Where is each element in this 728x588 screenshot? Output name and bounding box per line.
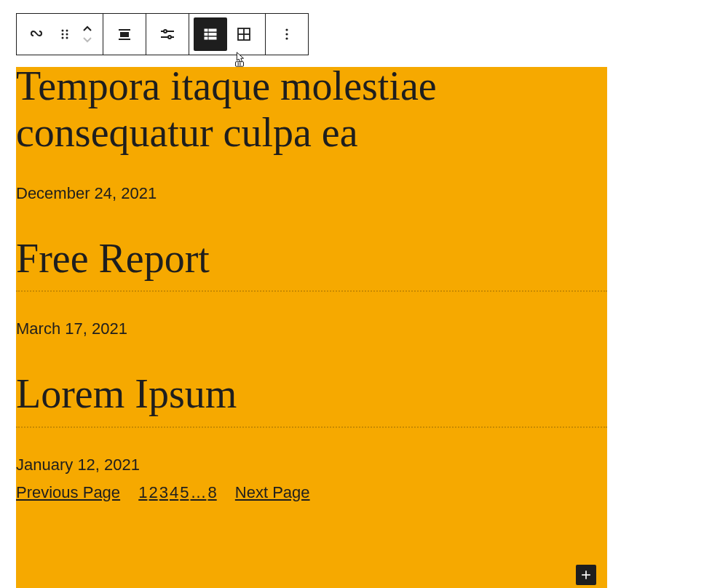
svg-point-5 — [66, 37, 68, 39]
svg-point-23 — [285, 33, 288, 35]
toolbar-group-more — [266, 14, 308, 55]
svg-point-12 — [168, 36, 171, 39]
block-inserter-button[interactable] — [576, 565, 596, 585]
post-item: Tempora itaque molestiae consequatur cul… — [16, 63, 607, 203]
page-link[interactable]: 1 — [138, 483, 147, 501]
post-title[interactable]: Tempora itaque molestiae consequatur cul… — [16, 63, 607, 156]
svg-point-2 — [62, 33, 64, 36]
post-title[interactable]: Lorem Ipsum — [16, 370, 607, 417]
move-down-button[interactable] — [82, 34, 92, 44]
svg-point-22 — [285, 28, 288, 31]
svg-rect-7 — [121, 33, 128, 36]
query-loop-block[interactable]: Tempora itaque molestiae consequatur cul… — [16, 67, 607, 588]
svg-rect-16 — [209, 33, 216, 36]
page-numbers: 12345…8 — [138, 483, 222, 501]
svg-rect-13 — [205, 29, 207, 31]
post-title[interactable]: Free Report — [16, 235, 607, 282]
prev-page-link[interactable]: Previous Page — [16, 483, 120, 501]
pagination: Previous Page 12345…8 Next Page — [16, 483, 607, 502]
svg-point-10 — [164, 30, 167, 33]
toolbar-group-block — [17, 14, 103, 55]
display-settings-icon[interactable] — [151, 17, 184, 51]
query-loop-icon[interactable] — [21, 17, 55, 51]
page-link[interactable]: 3 — [159, 483, 168, 501]
align-icon[interactable] — [108, 17, 141, 51]
post-date[interactable]: March 17, 2021 — [16, 319, 607, 338]
page-link[interactable]: 2 — [149, 483, 157, 501]
svg-point-24 — [285, 37, 288, 39]
next-page-link[interactable]: Next Page — [235, 483, 310, 501]
svg-rect-15 — [205, 33, 207, 36]
toolbar-group-align — [103, 14, 146, 55]
post-date[interactable]: December 24, 2021 — [16, 184, 607, 203]
svg-point-4 — [62, 37, 64, 39]
svg-rect-17 — [205, 37, 207, 39]
svg-point-3 — [66, 33, 68, 36]
page-link[interactable]: 8 — [207, 483, 216, 501]
page-link[interactable]: 4 — [170, 483, 178, 501]
move-up-button[interactable] — [82, 24, 92, 34]
ellipsis: … — [190, 483, 206, 501]
toolbar-group-layout — [189, 14, 266, 55]
svg-point-0 — [62, 30, 64, 32]
toolbar-group-settings — [146, 14, 189, 55]
svg-rect-18 — [209, 37, 216, 39]
block-movers — [76, 17, 98, 51]
more-options-icon[interactable] — [270, 17, 304, 51]
post-item: Lorem Ipsum January 12, 2021 — [16, 370, 607, 474]
page-link[interactable]: 5 — [180, 483, 189, 501]
post-item: Free Report March 17, 2021 — [16, 235, 607, 338]
post-date[interactable]: January 12, 2021 — [16, 456, 607, 474]
drag-handle-icon[interactable] — [55, 17, 76, 51]
svg-point-1 — [66, 30, 68, 32]
list-view-icon[interactable] — [194, 17, 227, 51]
grid-view-icon[interactable] — [227, 17, 261, 51]
block-toolbar — [16, 13, 309, 55]
svg-rect-14 — [209, 29, 216, 31]
